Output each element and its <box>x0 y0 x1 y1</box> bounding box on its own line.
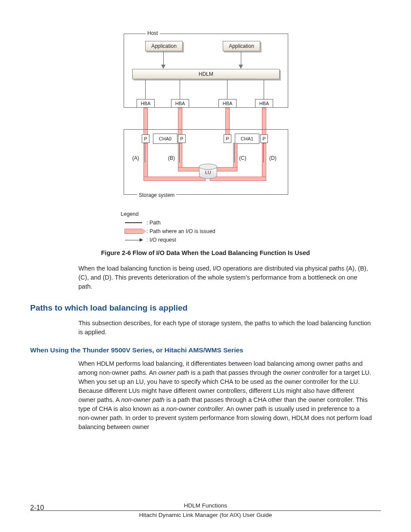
page-footer: 2-10 HDLM Functions Hitachi Dynamic Link… <box>30 502 381 518</box>
arrow-line <box>241 52 241 65</box>
legend-arrow-icon <box>121 240 146 240</box>
host-label: Host <box>146 30 160 36</box>
legend-row: : Path where an I/O is issued <box>121 228 233 234</box>
figure-diagram: Host Application Application HDLM HBA HB… <box>30 26 381 202</box>
io-path <box>143 143 148 178</box>
text: is a path that passes through the <box>189 369 283 376</box>
port-box: P <box>142 134 149 143</box>
path-label-a: (A) <box>132 155 139 161</box>
application-box-2: Application <box>223 41 260 51</box>
hba-box: HBA <box>255 99 273 108</box>
hba-box: HBA <box>218 99 237 108</box>
cha0-box: CHA0 <box>153 134 177 144</box>
em-owner-path: owner path <box>158 369 189 376</box>
cha1-box: CHA1 <box>235 134 259 144</box>
arrow-down-icon <box>239 65 243 69</box>
connector-line <box>145 143 145 162</box>
legend-path-label: : Path <box>146 220 161 226</box>
port-box: P <box>178 134 186 143</box>
paragraph: When HDLM performs load balancing, it di… <box>78 359 372 432</box>
io-path <box>143 177 206 181</box>
connector-line <box>227 80 227 99</box>
em-non-owner-controller: non-owner controller <box>166 405 223 412</box>
paragraph: This subsection describes, for each type… <box>78 319 372 337</box>
io-path <box>178 143 182 169</box>
footer-line-1: HDLM Functions <box>30 502 381 509</box>
connector-line <box>234 143 235 162</box>
legend: Legend : Path : Path where an I/O is iss… <box>121 211 381 243</box>
section-heading: Paths to which load balancing is applied <box>30 303 381 313</box>
hdlm-box: HDLM <box>132 69 280 79</box>
connector-line <box>264 80 264 99</box>
legend-row: : I/O request <box>121 237 233 243</box>
port-box: P <box>224 134 231 143</box>
hba-box: HBA <box>171 99 189 108</box>
connector-line <box>180 80 180 99</box>
path-label-d: (D) <box>269 155 277 161</box>
em-owner-controller: owner controller <box>283 369 328 376</box>
legend-title: Legend <box>121 211 233 217</box>
page-number: 2-10 <box>30 504 44 512</box>
legend-io-path-label: : Path where an I/O is issued <box>146 228 215 234</box>
legend-io-path-icon <box>121 229 146 234</box>
path-label-c: (C) <box>239 155 246 161</box>
footer-divider <box>30 510 381 511</box>
legend-arrow-label: : I/O request <box>146 237 176 243</box>
figure-caption: Figure 2-6 Flow of I/O Data When the Loa… <box>30 249 381 256</box>
footer-line-2: Hitachi Dynamic Link Manager (for AIX) U… <box>30 512 381 518</box>
arrow-line <box>163 52 164 65</box>
hba-box: HBA <box>137 99 155 108</box>
lu-label: LU <box>205 170 211 175</box>
subsection-heading: When Using the Thunder 9500V Series, or … <box>30 346 381 354</box>
application-box-1: Application <box>145 41 183 51</box>
legend-path-icon <box>121 222 146 223</box>
io-path <box>210 177 266 181</box>
diagram-container: Host Application Application HDLM HBA HB… <box>119 26 292 202</box>
storage-label: Storage system <box>137 192 176 198</box>
io-path <box>262 143 266 178</box>
em-non-owner-path: non-owner path <box>121 396 165 403</box>
lu-cylinder: LU <box>199 166 217 179</box>
connector-line <box>263 143 264 162</box>
port-box: P <box>260 134 268 143</box>
io-path <box>233 143 237 169</box>
path-label-b: (B) <box>168 155 175 161</box>
paragraph: When the load balancing function is bein… <box>78 264 372 291</box>
legend-row: : Path <box>121 220 233 226</box>
connector-line <box>179 143 180 162</box>
connector-line <box>145 80 146 99</box>
arrow-down-icon <box>161 65 165 69</box>
